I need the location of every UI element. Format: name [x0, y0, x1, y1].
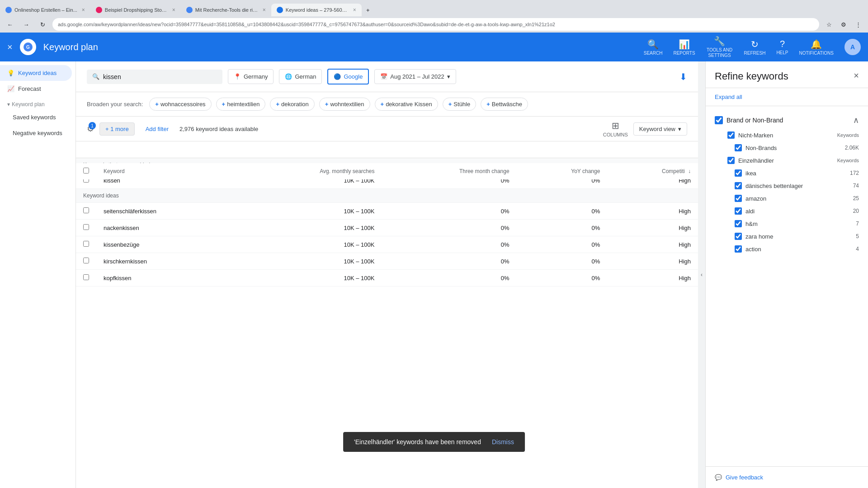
menu-button[interactable]: ⋮	[852, 18, 864, 31]
th-keyword[interactable]: Keyword	[96, 163, 237, 180]
non-brands-checkbox[interactable]	[735, 144, 742, 151]
tab-1[interactable]: Onlineshop Erstellen – Ein... ×	[0, 4, 90, 16]
brand-section-header[interactable]: Brand or Non-Brand ∧	[715, 112, 859, 129]
amazon-row: amazon 25	[715, 192, 859, 205]
sidebar-item-negative-keywords[interactable]: Negative keywords	[0, 125, 72, 141]
language-button[interactable]: 🌐 German	[279, 69, 322, 84]
search-nav-button[interactable]: 🔍 SEARCH	[644, 39, 663, 56]
more-filters-button[interactable]: + 1 more	[99, 122, 135, 136]
broaden-chip-4[interactable]: + dekorative Kissen	[375, 98, 438, 111]
amazon-checkbox[interactable]	[735, 195, 742, 202]
broaden-chip-6[interactable]: + Bettwäsche	[481, 98, 528, 111]
forward-button[interactable]: →	[20, 18, 33, 31]
panel-actions: Expand all	[706, 88, 868, 106]
date-range-button[interactable]: 📅 Aug 2021 – Jul 2022 ▾	[374, 69, 456, 84]
language-icon: 🌐	[285, 73, 292, 80]
extensions-button[interactable]: ⚙	[837, 18, 850, 31]
search-input[interactable]	[103, 73, 193, 80]
th-avg-monthly[interactable]: Avg. monthly searches	[237, 163, 382, 180]
row-checkbox-cell[interactable]	[76, 220, 96, 236]
tab-close-1[interactable]: ×	[82, 7, 85, 13]
hm-checkbox[interactable]	[735, 220, 742, 227]
tools-icon: 🔧	[714, 36, 725, 47]
back-button[interactable]: ←	[4, 18, 16, 31]
th-three-month[interactable]: Three month change	[382, 163, 516, 180]
tab-close-2[interactable]: ×	[172, 7, 175, 13]
table-header-row: Keyword Avg. monthly searches Three mont…	[76, 141, 698, 158]
aldi-row: aldi 20	[715, 205, 859, 217]
tab-4[interactable]: Keyword ideas – 279-560-18... ×	[271, 4, 362, 16]
location-button[interactable]: 📍 Germany	[228, 69, 274, 84]
tab-favicon-2	[96, 7, 102, 13]
toast-dismiss-button[interactable]: Dismiss	[492, 438, 514, 446]
address-bar[interactable]: ads.google.com/aw/keywordplanner/ideas/n…	[52, 18, 819, 31]
columns-button[interactable]: ⊞ COLUMNS	[603, 120, 628, 137]
tab-close-4[interactable]: ×	[353, 7, 356, 13]
keyword-plan-group[interactable]: ▾ Keyword plan	[0, 97, 75, 109]
row-checkbox-cell[interactable]	[76, 236, 96, 253]
danisches-checkbox[interactable]	[735, 182, 742, 189]
brand-section-checkbox[interactable]	[715, 116, 723, 124]
ikea-checkbox[interactable]	[735, 169, 742, 177]
download-button[interactable]: ⬇	[679, 71, 687, 82]
sidebar-item-forecast[interactable]: 📈 Forecast	[0, 81, 72, 97]
row-checkbox-ideas-2[interactable]	[83, 241, 89, 247]
nicht-marken-row: Nicht-Marken Keywords	[715, 129, 859, 141]
tab-close-3[interactable]: ×	[263, 7, 266, 13]
reload-button[interactable]: ↻	[36, 18, 49, 31]
broaden-chip-1[interactable]: + heimtextilien	[216, 98, 266, 111]
expand-all-button[interactable]: Expand all	[715, 94, 742, 100]
table-row: kirschkernkissen 10K – 100K 0% 0% High	[76, 253, 698, 270]
tab-favicon-4	[277, 7, 283, 13]
notifications-button[interactable]: 🔔 NOTIFICATIONS	[799, 39, 834, 56]
row-checkbox-ideas-0[interactable]	[83, 207, 89, 213]
row-checkbox-ideas-3[interactable]	[83, 258, 89, 263]
search-engine-button[interactable]: 🔵 Google	[327, 69, 369, 84]
zara-checkbox[interactable]	[735, 233, 742, 240]
chevron-down-icon: ▾	[7, 101, 10, 108]
sidebar-item-saved-keywords[interactable]: Saved keywords	[0, 109, 72, 125]
table-row: kissenbezüge 10K – 100K 0% 0% High	[76, 236, 698, 253]
tab-3[interactable]: Mit Recherche-Tools die rich... ×	[181, 4, 271, 16]
brand-chevron-icon: ∧	[853, 115, 859, 125]
keyword-view-button[interactable]: Keyword view ▾	[633, 122, 687, 136]
refresh-button[interactable]: ↻ REFRESH	[744, 39, 766, 56]
search-bar: 🔍 📍 Germany 🌐 German 🔵 Google 📅 Aug 2021…	[76, 61, 698, 92]
th-select-all[interactable]	[76, 163, 96, 180]
tools-settings-button[interactable]: 🔧 TOOLS AND SETTINGS	[706, 36, 733, 58]
close-button[interactable]: ×	[7, 42, 13, 52]
row-checkbox-cell[interactable]	[76, 203, 96, 220]
einzelhandler-checkbox[interactable]	[727, 157, 735, 164]
refresh-icon: ↻	[751, 39, 759, 50]
th-yoy[interactable]: YoY change	[517, 163, 608, 180]
help-button[interactable]: ? HELP	[776, 39, 788, 55]
broaden-chip-3[interactable]: + wohntextilien	[319, 98, 370, 111]
row-checkbox-cell[interactable]	[76, 270, 96, 286]
give-feedback-button[interactable]: 💬 Give feedback	[715, 474, 859, 481]
add-filter-button[interactable]: Add filter	[140, 123, 174, 135]
select-all-checkbox[interactable]	[83, 168, 89, 174]
filter-button[interactable]: ⚙ 1	[87, 124, 94, 134]
new-tab-button[interactable]: +	[362, 4, 374, 16]
broaden-chip-5[interactable]: + Stühle	[443, 98, 476, 111]
collapse-panel-button[interactable]: ‹	[698, 61, 705, 488]
reports-button[interactable]: 📊 REPORTS	[673, 39, 695, 56]
broaden-chip-2[interactable]: + dekoration	[270, 98, 314, 111]
nicht-marken-checkbox[interactable]	[727, 131, 735, 139]
aldi-checkbox[interactable]	[735, 207, 742, 215]
row-checkbox-ideas-1[interactable]	[83, 224, 89, 230]
search-input-wrapper[interactable]: 🔍	[87, 70, 222, 84]
row-checkbox-ideas-4[interactable]	[83, 274, 89, 280]
refine-section-brand: Brand or Non-Brand ∧ Nicht-Marken Keywor…	[706, 112, 868, 259]
action-checkbox[interactable]	[735, 245, 742, 253]
toast-notification: 'Einzelhändler' keywords have been remov…	[343, 432, 525, 452]
row-checkbox-cell[interactable]	[76, 253, 96, 270]
panel-close-button[interactable]: ×	[854, 70, 859, 81]
th-competition[interactable]: Competiti ↓	[607, 163, 698, 180]
bookmark-button[interactable]: ☆	[823, 18, 835, 31]
broaden-chip-0[interactable]: + wohnaccessoires	[149, 98, 211, 111]
location-icon: 📍	[234, 73, 241, 80]
user-avatar[interactable]: A	[844, 39, 861, 55]
tab-2[interactable]: Beispiel Dropshipping Store -... ×	[90, 4, 181, 16]
sidebar-item-keyword-ideas[interactable]: 💡 Keyword ideas	[0, 65, 72, 81]
